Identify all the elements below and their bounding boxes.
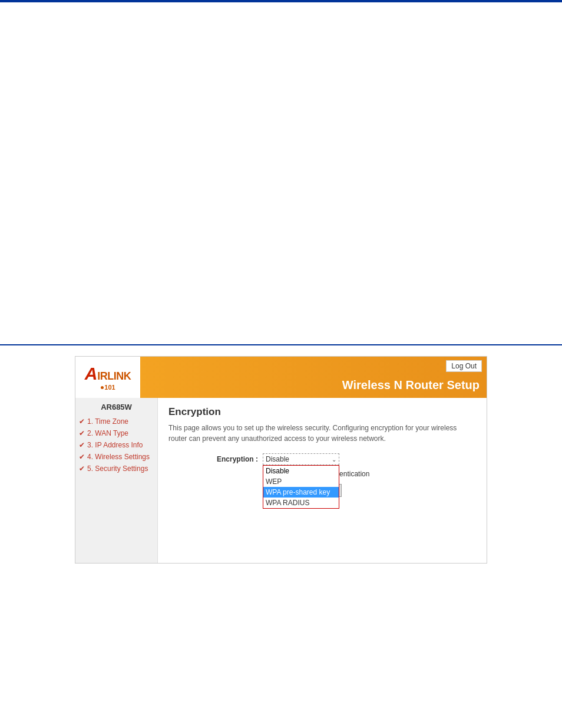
router-title: Wireless N Router Setup xyxy=(342,378,480,392)
form-area: Encryption : Disable ⌄ Disable WEP WPA p… xyxy=(168,453,476,497)
logout-button[interactable]: Log Out xyxy=(446,360,482,372)
divider-line xyxy=(0,344,562,345)
check-icon-ipaddress: ✔ xyxy=(79,441,85,449)
section-title: Encryption xyxy=(168,406,476,418)
section-description: This page allows you to set up the wirel… xyxy=(168,423,476,444)
logo-101: 101 xyxy=(104,384,115,391)
check-icon-timezone: ✔ xyxy=(79,417,85,426)
logo-dot xyxy=(101,386,104,389)
check-icon-wantype: ✔ xyxy=(79,429,85,437)
encryption-label: Encryption : xyxy=(168,455,263,463)
airlink-logo: A IRLINK 101 xyxy=(85,364,131,391)
sidebar-label-wantype: 2. WAN Type xyxy=(87,429,128,437)
encryption-row: Encryption : Disable ⌄ Disable WEP WPA p… xyxy=(168,453,476,465)
sidebar-label-ipaddress: 3. IP Address Info xyxy=(87,441,143,449)
encryption-select-display[interactable]: Disable ⌄ xyxy=(263,453,339,465)
logo-area: A IRLINK 101 xyxy=(75,357,140,398)
sidebar-item-wantype[interactable]: ✔ 2. WAN Type xyxy=(79,428,154,439)
encryption-dropdown-list[interactable]: Disable WEP WPA pre-shared key WPA RADIU… xyxy=(263,465,339,509)
router-body: AR685W ✔ 1. Time Zone ✔ 2. WAN Type ✔ 3.… xyxy=(75,398,487,563)
dropdown-option-wep[interactable]: WEP xyxy=(263,476,339,487)
encryption-selected-value: Disable xyxy=(266,455,289,463)
check-icon-security: ✔ xyxy=(79,465,85,473)
sidebar-item-timezone[interactable]: ✔ 1. Time Zone xyxy=(79,416,154,427)
router-header: A IRLINK 101 Log Out Wireless N Router S… xyxy=(75,357,487,398)
dropdown-option-wpa-psk[interactable]: WPA pre-shared key xyxy=(263,487,339,498)
sidebar-item-ipaddress[interactable]: ✔ 3. IP Address Info xyxy=(79,440,154,450)
sidebar: AR685W ✔ 1. Time Zone ✔ 2. WAN Type ✔ 3.… xyxy=(75,398,158,563)
check-icon-wireless: ✔ xyxy=(79,453,85,461)
sidebar-label-wireless: 4. Wireless Settings xyxy=(87,453,150,461)
dropdown-arrow-icon: ⌄ xyxy=(332,456,336,463)
dropdown-option-disable[interactable]: Disable xyxy=(263,466,339,476)
sidebar-label-timezone: 1. Time Zone xyxy=(87,417,128,426)
logo-irlink: IRLINK xyxy=(97,370,131,383)
router-ui-panel: A IRLINK 101 Log Out Wireless N Router S… xyxy=(75,356,487,564)
top-content-area xyxy=(0,2,562,344)
sidebar-item-wireless[interactable]: ✔ 4. Wireless Settings xyxy=(79,452,154,462)
sidebar-label-security: 5. Security Settings xyxy=(87,465,148,473)
main-content: Encryption This page allows you to set u… xyxy=(158,398,487,563)
dropdown-option-wpa-radius[interactable]: WPA RADIUS xyxy=(263,498,339,508)
encryption-dropdown[interactable]: Disable ⌄ Disable WEP WPA pre-shared key… xyxy=(263,453,339,465)
sidebar-model: AR685W xyxy=(79,403,154,411)
logo-a: A xyxy=(85,364,98,384)
sidebar-item-security[interactable]: ✔ 5. Security Settings xyxy=(79,463,154,474)
